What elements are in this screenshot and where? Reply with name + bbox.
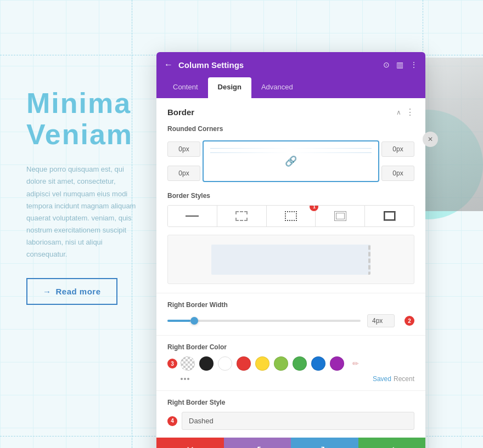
- column-settings-panel: ← Column Settings ⊙ ▥ ⋮ Content Design A…: [156, 52, 425, 448]
- border-preview-inner: [211, 245, 370, 275]
- slider-row: 4px 2: [167, 314, 414, 327]
- section-collapse-icon[interactable]: ∧: [396, 109, 401, 116]
- confirm-button[interactable]: ✓: [358, 438, 426, 448]
- slider-value: 4px: [372, 317, 383, 325]
- color-swatch-yellow[interactable]: [255, 356, 269, 371]
- color-swatch-white[interactable]: [218, 356, 232, 371]
- panel-footer: ✕ ↺ ↻ ✓: [156, 438, 425, 448]
- cancel-button[interactable]: ✕: [156, 438, 224, 448]
- bottom-right-corner-input[interactable]: [381, 166, 414, 181]
- border-style-solid[interactable]: [168, 206, 217, 226]
- color-swatch-light-green[interactable]: [274, 356, 288, 371]
- panel-header-icons: ⊙ ▥ ⋮: [383, 60, 418, 69]
- panel-header: ← Column Settings ⊙ ▥ ⋮: [156, 52, 425, 77]
- border-section: Border ∧ ⋮ Rounded Corners 🔗: [156, 98, 425, 293]
- color-tab-recent[interactable]: Recent: [394, 375, 414, 383]
- corner-visual: 🔗: [203, 140, 379, 182]
- border-section-header: Border ∧ ⋮: [167, 107, 414, 117]
- border-styles-label: Border Styles: [167, 192, 414, 200]
- border-style-dotted[interactable]: 1: [267, 206, 316, 226]
- rounded-corners-label: Rounded Corners: [167, 125, 414, 133]
- undo-button[interactable]: ↺: [224, 438, 291, 448]
- panel-tabs: Content Design Advanced: [156, 77, 425, 98]
- right-border-color-section: Right Border Color 3 ✏: [156, 335, 425, 390]
- cancel-icon: ✕: [186, 444, 194, 448]
- rounded-corners-grid: 🔗: [167, 138, 414, 184]
- color-swatch-transparent[interactable]: [181, 356, 195, 371]
- border-section-controls: ∧ ⋮: [396, 107, 414, 117]
- page-title: Minima Veniam: [26, 88, 140, 150]
- color-swatch-green[interactable]: [293, 356, 307, 371]
- slider-track[interactable]: [167, 320, 361, 322]
- redo-icon: ↻: [321, 444, 329, 448]
- link-icon[interactable]: 🔗: [285, 155, 297, 167]
- border-preview: [167, 235, 414, 284]
- columns-icon[interactable]: ▥: [396, 60, 403, 69]
- redo-button[interactable]: ↻: [291, 438, 358, 448]
- slider-fill: [167, 320, 190, 322]
- pencil-icon[interactable]: ✏: [349, 356, 363, 371]
- panel-title: Column Settings: [178, 60, 378, 70]
- badge-2: 2: [405, 316, 414, 326]
- border-style-double[interactable]: [316, 206, 365, 226]
- undo-icon: ↺: [253, 444, 261, 448]
- border-style-select[interactable]: Dashed None Solid Dotted Double Groove R…: [182, 412, 414, 430]
- tab-design[interactable]: Design: [208, 77, 251, 98]
- right-border-style-label: Right Border Style: [167, 399, 414, 406]
- panel-close-outer-button[interactable]: ✕: [423, 132, 438, 147]
- slider-thumb[interactable]: [190, 317, 198, 325]
- page-content: Minima Veniam Neque porro quisquam est, …: [0, 0, 162, 448]
- solid-icon: [186, 216, 199, 217]
- color-swatch-red[interactable]: [237, 356, 251, 371]
- color-more-row: Saved Recent: [167, 375, 414, 383]
- arrow-right-icon: →: [43, 287, 52, 296]
- color-swatch-blue[interactable]: [311, 356, 325, 371]
- color-more-dots[interactable]: [181, 378, 189, 380]
- bottom-left-corner-input[interactable]: [167, 166, 200, 181]
- double-icon: [334, 211, 346, 221]
- style-select-row: 4 Dashed None Solid Dotted Double Groove…: [167, 412, 414, 430]
- border-style-outer-dashed[interactable]: [217, 206, 267, 226]
- panel-body: Border ∧ ⋮ Rounded Corners 🔗: [156, 98, 425, 438]
- color-row-container: 3 ✏: [167, 356, 414, 371]
- color-swatch-purple[interactable]: [330, 356, 344, 371]
- right-border-width-label: Right Border Width: [167, 301, 414, 309]
- section-menu-icon[interactable]: ⋮: [406, 107, 414, 117]
- badge-3: 3: [167, 359, 177, 368]
- dotted-icon: [285, 211, 297, 221]
- color-tab-saved[interactable]: Saved: [373, 375, 391, 383]
- page-body-text: Neque porro quisquam est, qui dolore sit…: [26, 163, 140, 260]
- tab-content[interactable]: Content: [163, 77, 208, 98]
- slider-value-box: 4px: [367, 314, 395, 327]
- right-border-color-label: Right Border Color: [167, 343, 414, 351]
- read-more-button[interactable]: → Read more: [26, 278, 117, 305]
- groove-icon: [384, 211, 396, 221]
- color-swatches: ✏: [181, 356, 363, 371]
- border-style-options: 1: [167, 205, 414, 227]
- more-icon[interactable]: ⋮: [410, 60, 418, 69]
- right-border-style-section: Right Border Style 4 Dashed None Solid D…: [156, 390, 425, 438]
- top-right-corner-input[interactable]: [381, 141, 414, 157]
- top-left-corner-input[interactable]: [167, 141, 200, 157]
- right-border-width-section: Right Border Width 4px 2: [156, 293, 425, 335]
- read-more-label: Read more: [56, 287, 101, 296]
- back-icon[interactable]: ←: [164, 60, 173, 70]
- border-style-groove[interactable]: [365, 206, 414, 226]
- outer-dashed-icon: [235, 211, 248, 221]
- badge-4: 4: [167, 416, 177, 426]
- color-swatch-black[interactable]: [199, 356, 214, 371]
- border-section-title: Border: [167, 107, 194, 117]
- focus-icon[interactable]: ⊙: [383, 60, 390, 69]
- confirm-icon: ✓: [387, 444, 396, 448]
- tab-advanced[interactable]: Advanced: [251, 77, 303, 98]
